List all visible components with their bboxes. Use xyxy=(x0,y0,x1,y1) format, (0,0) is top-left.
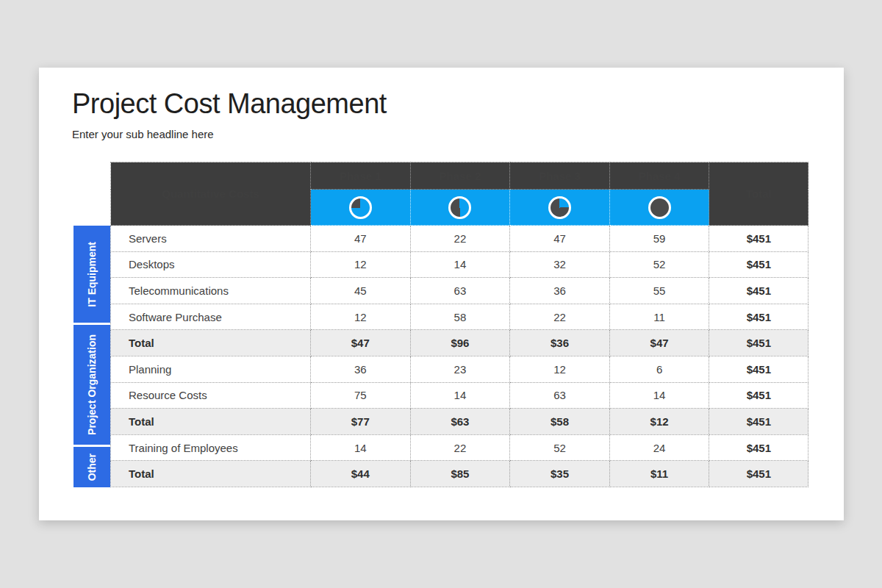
group-bar-label: Project Organization xyxy=(86,334,98,435)
table-row: Software Purchase12582211$451 xyxy=(111,304,808,330)
row-total-value: $451 xyxy=(709,330,808,356)
row-label: Desktops xyxy=(111,251,311,278)
group-bar-other: Other xyxy=(74,447,110,487)
phase-3-header: Phase 3 xyxy=(510,162,610,190)
cost-table-head: Quantitative CostsPhase 1Phase 2Phase 3P… xyxy=(111,162,808,226)
phase-2-value: 22 xyxy=(410,434,510,461)
row-label: Resource Costs xyxy=(111,382,311,409)
phase-4-value: 14 xyxy=(609,382,709,409)
phase-3-value: $35 xyxy=(510,461,610,487)
group-total-row: Total$77$63$58$12$451 xyxy=(111,409,808,435)
phase-2-value: 22 xyxy=(410,226,510,252)
phase-2-value: 14 xyxy=(410,251,510,278)
group-bar-it-equipment: IT Equipment xyxy=(74,226,110,323)
table-row: Training of Employees14225224$451 xyxy=(111,434,808,461)
group-bar-project-organization: Project Organization xyxy=(74,325,110,445)
row-label: Training of Employees xyxy=(111,434,311,461)
phase-1-value: 45 xyxy=(311,278,411,304)
row-label: Planning xyxy=(111,356,311,382)
table-row: Planning3623126$451 xyxy=(111,356,808,382)
phase-2-value: 23 xyxy=(410,356,510,382)
table-row: Telecommunications45633655$451 xyxy=(111,278,808,304)
row-total-value: $451 xyxy=(709,356,808,382)
phase-4-value: 59 xyxy=(609,226,709,252)
phase-1-value: 36 xyxy=(311,356,411,382)
row-total-value: $451 xyxy=(709,461,808,487)
phase-2-pie-cell xyxy=(410,190,510,226)
phase-1-value: 12 xyxy=(311,251,411,278)
group-total-row: Total$47$96$36$47$451 xyxy=(111,330,808,356)
phase-4-value: $11 xyxy=(609,461,709,487)
group-bar-label: Other xyxy=(86,453,98,481)
phase-3-value: $58 xyxy=(510,409,610,435)
phase-3-pie-cell xyxy=(510,190,610,226)
phase-4-value: 52 xyxy=(609,251,709,278)
pie-25-icon xyxy=(349,196,372,219)
row-total-value: $451 xyxy=(709,304,808,330)
page-title: Project Cost Management xyxy=(72,88,387,120)
row-label: Telecommunications xyxy=(111,278,311,304)
row-label: Servers xyxy=(111,226,311,252)
phase-3-value: 12 xyxy=(510,356,610,382)
phase-2-value: 14 xyxy=(410,382,510,409)
phase-3-value: 32 xyxy=(510,251,610,278)
pie-100-icon xyxy=(648,196,671,219)
cost-table: Quantitative CostsPhase 1Phase 2Phase 3P… xyxy=(110,162,808,487)
phase-1-pie-cell xyxy=(311,190,411,226)
phase-4-value: $47 xyxy=(609,330,709,356)
row-label: Total xyxy=(111,330,311,356)
pie-50-icon xyxy=(448,196,471,219)
group-bar-label: IT Equipment xyxy=(86,242,98,307)
row-total-value: $451 xyxy=(709,434,808,461)
phase-1-header: Phase 1 xyxy=(311,162,411,190)
phase-4-value: $12 xyxy=(609,409,709,435)
phase-2-value: $85 xyxy=(410,461,510,487)
row-total-value: $451 xyxy=(709,251,808,278)
total-column-header: Total xyxy=(709,162,808,226)
row-label: Total xyxy=(111,409,311,435)
group-total-row: Total$44$85$35$11$451 xyxy=(111,461,808,487)
table-row: Servers47224759$451 xyxy=(111,226,808,252)
corner-header: Quantitative Costs xyxy=(111,162,311,226)
row-total-value: $451 xyxy=(709,278,808,304)
phase-2-value: 58 xyxy=(410,304,510,330)
phase-3-value: 63 xyxy=(510,382,610,409)
phase-3-value: 36 xyxy=(510,278,610,304)
cost-table-body: Servers47224759$451Desktops12143252$451T… xyxy=(111,226,808,487)
phase-header-row: Quantitative CostsPhase 1Phase 2Phase 3P… xyxy=(111,162,808,190)
cost-table-zone: IT EquipmentProject OrganizationOther Qu… xyxy=(74,162,809,487)
phase-1-value: 14 xyxy=(311,434,411,461)
phase-1-value: 12 xyxy=(311,304,411,330)
phase-4-value: 24 xyxy=(609,434,709,461)
row-total-value: $451 xyxy=(709,226,808,252)
phase-4-value: 55 xyxy=(609,278,709,304)
phase-1-value: $47 xyxy=(311,330,411,356)
row-label: Software Purchase xyxy=(111,304,311,330)
phase-3-value: 47 xyxy=(510,226,610,252)
phase-2-header: Phase 2 xyxy=(410,162,510,190)
phase-4-value: 6 xyxy=(609,356,709,382)
phase-3-value: 22 xyxy=(510,304,610,330)
phase-3-value: $36 xyxy=(510,330,610,356)
phase-2-value: $63 xyxy=(410,409,510,435)
phase-1-value: 75 xyxy=(311,382,411,409)
phase-4-header: Phase 4 xyxy=(609,162,709,190)
row-total-value: $451 xyxy=(709,382,808,409)
phase-1-value: $77 xyxy=(311,409,411,435)
slide-card: Project Cost Management Enter your sub h… xyxy=(39,68,844,520)
phase-3-value: 52 xyxy=(510,434,610,461)
phase-2-value: $96 xyxy=(410,330,510,356)
table-row: Desktops12143252$451 xyxy=(111,251,808,278)
page-subtitle: Enter your sub headline here xyxy=(72,128,214,140)
row-total-value: $451 xyxy=(709,409,808,435)
phase-1-value: $44 xyxy=(311,461,411,487)
phase-4-pie-cell xyxy=(609,190,709,226)
phase-2-value: 63 xyxy=(410,278,510,304)
phase-1-value: 47 xyxy=(311,226,411,252)
row-label: Total xyxy=(111,461,311,487)
group-bars: IT EquipmentProject OrganizationOther xyxy=(74,226,110,487)
phase-4-value: 11 xyxy=(609,304,709,330)
pie-75-icon xyxy=(548,196,571,219)
table-row: Resource Costs75146314$451 xyxy=(111,382,808,409)
